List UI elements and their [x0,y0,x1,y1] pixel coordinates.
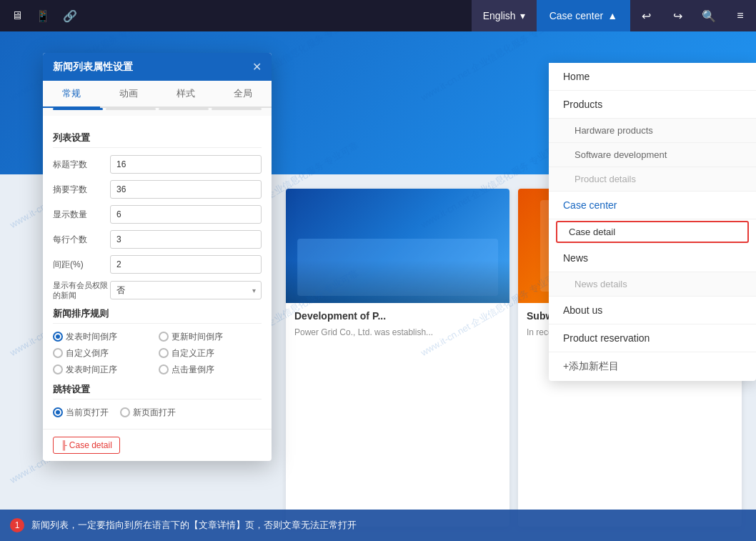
nav-arrow-icon: ▲ [607,10,617,21]
radio-dot-2 [53,348,63,358]
toolbar-left: 🖥 📱 🔗 [0,9,472,23]
back-button[interactable]: ↩ [630,0,662,31]
tooltip-number: 1 [10,518,24,532]
title-chars-label: 标题字数 [53,159,110,171]
language-button[interactable]: English ▾ [472,0,537,31]
sort-option-2[interactable]: 自定义倒序 [53,347,156,359]
main-content: Case center www.it-cn.net 企业信息化服务 专业可靠 w… [0,31,756,541]
modal-dialog: 新闻列表属性设置 ✕ 常规 动画 样式 全局 列表设置 标题字数 摘要字数 [43,53,272,461]
card-1-title: Development of P... [294,310,501,322]
sort-label-4: 发表时间正序 [66,364,117,376]
menu-icon: ≡ [737,9,743,22]
lang-arrow-icon: ▾ [520,10,525,21]
list-settings-title: 列表设置 [53,131,262,148]
link-icon[interactable]: 🔗 [63,9,77,23]
nav-add-item[interactable]: +添加新栏目 [549,352,756,381]
radio-dot-3 [159,348,169,358]
member-news-select[interactable]: 否 [110,281,262,299]
sort-label-0: 发表时间倒序 [66,331,117,343]
spacing-label: 间距(%) [53,259,110,271]
per-row-input[interactable] [110,230,262,249]
summary-chars-label: 摘要字数 [53,184,110,196]
summary-chars-input[interactable] [110,180,262,199]
nav-dropdown: Home Products Hardware products Software… [549,63,756,381]
toolbar-right: English ▾ Case center ▲ ↩ ↪ 🔍 ≡ [472,0,756,31]
sort-rules-title: 新闻排序规则 [53,307,262,324]
member-news-label: 显示有会员权限的新闻 [53,280,110,301]
redirect-option-1[interactable]: 新页面打开 [120,407,176,419]
title-chars-input[interactable] [110,155,262,174]
top-toolbar: 🖥 📱 🔗 English ▾ Case center ▲ ↩ ↪ 🔍 ≡ [0,0,756,31]
desktop-icon[interactable]: 🖥 [11,9,23,22]
menu-button[interactable]: ≡ [725,0,756,31]
radio-dot-1 [159,332,169,342]
nav-sub-item-product-details[interactable]: Product details [549,167,756,192]
redirect-dot-0 [53,407,63,417]
nav-active-button[interactable]: Case center ▲ [537,0,630,31]
member-news-row: 显示有会员权限的新闻 否 ▾ [53,280,262,301]
card-1[interactable]: Development of P... Power Grid Co., Ltd.… [286,189,509,527]
forward-icon: ↪ [673,9,682,23]
nav-active-label: Case center [549,10,603,21]
sort-option-3[interactable]: 自定义正序 [159,347,262,359]
nav-sub-item-software[interactable]: Software development [549,143,756,167]
display-count-row: 显示数量 [53,205,262,224]
display-count-label: 显示数量 [53,209,110,221]
nav-sub-item-news-details[interactable]: News details [549,272,756,297]
spacing-input[interactable] [110,255,262,274]
nav-item-case-center[interactable]: Case center [549,192,756,219]
tab-global[interactable]: 全局 [214,81,272,108]
summary-chars-row: 摘要字数 [53,180,262,199]
modal-footer: ╟ Case detail [43,429,272,461]
sort-option-0[interactable]: 发表时间倒序 [53,331,156,343]
radio-dot-4 [53,364,63,374]
tooltip-text: 新闻列表，一定要指向到所在语言下的【文章详情】页，否则文章无法正常打开 [31,519,357,532]
case-detail-link-button[interactable]: ╟ Case detail [53,437,120,454]
modal-header: 新闻列表属性设置 ✕ [43,53,272,81]
nav-sub-item-hardware[interactable]: Hardware products [549,119,756,143]
sort-label-1: 更新时间倒序 [171,331,223,343]
redirect-label-0: 当前页打开 [66,407,109,419]
redirect-settings-title: 跳转设置 [53,383,262,399]
back-icon: ↩ [642,9,651,23]
redirect-option-0[interactable]: 当前页打开 [53,407,109,419]
radio-dot-0 [53,332,63,342]
spacing-row: 间距(%) [53,255,262,274]
nav-item-about-us[interactable]: About us [549,297,756,324]
nav-item-home[interactable]: Home [549,63,756,91]
tooltip-bar: 1 新闻列表，一定要指向到所在语言下的【文章详情】页，否则文章无法正常打开 [0,510,756,541]
tab-style[interactable]: 样式 [157,81,214,108]
tab-animation[interactable]: 动画 [100,81,157,108]
per-row-row: 每行个数 [53,230,262,249]
redirect-options: 当前页打开 新页面打开 [53,407,262,419]
redirect-dot-1 [120,407,130,417]
nav-item-product-reservation[interactable]: Product reservation [549,324,756,352]
card-1-image [286,189,509,303]
nav-item-news[interactable]: News [549,244,756,272]
title-chars-row: 标题字数 [53,155,262,174]
card-1-desc: Power Grid Co., Ltd. was establish... [294,326,501,339]
sort-option-1[interactable]: 更新时间倒序 [159,331,262,343]
sort-option-4[interactable]: 发表时间正序 [53,364,156,376]
sort-options: 发表时间倒序 更新时间倒序 自定义倒序 自定义正序 发表时间正序 [53,331,262,376]
modal-close-button[interactable]: ✕ [252,60,262,74]
forward-button[interactable]: ↪ [662,0,693,31]
display-count-input[interactable] [110,205,262,224]
sort-label-3: 自定义正序 [171,347,214,359]
tab-general[interactable]: 常规 [43,81,100,108]
modal-body: 列表设置 标题字数 摘要字数 显示数量 每行个数 间距(%) [43,116,272,429]
sort-label-2: 自定义倒序 [66,347,109,359]
redirect-label-1: 新页面打开 [133,407,176,419]
search-button[interactable]: 🔍 [693,0,725,31]
radio-dot-5 [159,364,169,374]
nav-item-products[interactable]: Products [549,91,756,119]
sort-label-5: 点击量倒序 [171,364,214,376]
modal-title: 新闻列表属性设置 [53,61,133,74]
tablet-icon[interactable]: 📱 [36,9,50,23]
modal-tabs: 常规 动画 样式 全局 [43,81,272,108]
per-row-label: 每行个数 [53,234,110,246]
member-news-select-wrapper: 否 ▾ [110,281,262,299]
sort-option-5[interactable]: 点击量倒序 [159,364,262,376]
search-icon: 🔍 [702,9,716,23]
nav-sub-item-case-detail[interactable]: Case detail [556,221,749,243]
